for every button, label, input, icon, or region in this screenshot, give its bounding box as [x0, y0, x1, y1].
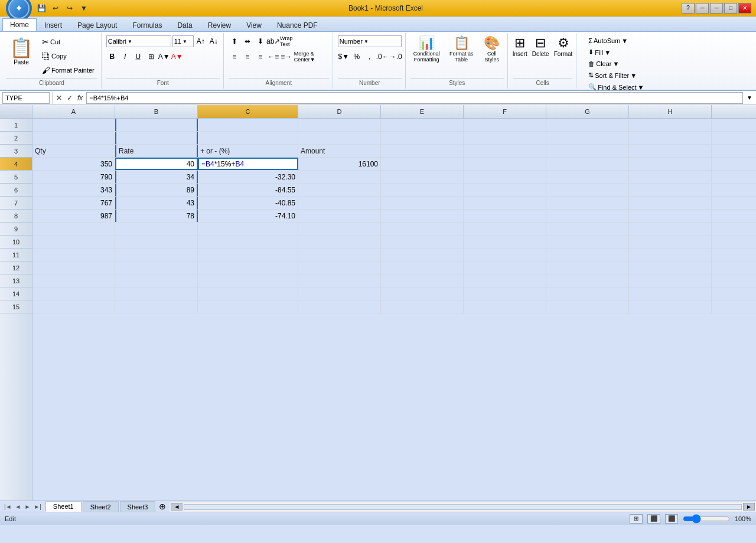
sheet-last-btn[interactable]: ►| [32, 503, 43, 510]
cell-F13[interactable] [464, 274, 546, 287]
cell-D7[interactable] [298, 197, 381, 209]
cell-F7[interactable] [464, 197, 546, 209]
formula-input[interactable] [86, 92, 743, 104]
col-header-F[interactable]: F [464, 105, 546, 118]
cell-A15[interactable] [32, 300, 115, 313]
cell-H7[interactable] [629, 197, 712, 209]
cell-E3[interactable] [381, 145, 464, 157]
tab-review[interactable]: Review [200, 18, 239, 31]
cell-C7[interactable]: -40.85 [198, 197, 298, 209]
cell-A14[interactable] [32, 287, 115, 300]
formula-expand-btn[interactable]: ▼ [745, 94, 754, 101]
wrap-text-btn[interactable]: Wrap Text [281, 35, 292, 47]
cell-F11[interactable] [464, 248, 546, 261]
row-header-9[interactable]: 9 [0, 223, 32, 235]
cell-F15[interactable] [464, 300, 546, 313]
find-select-btn[interactable]: 🔍 Find & Select ▼ [585, 81, 647, 93]
copy-button[interactable]: ⿻ Copy [39, 50, 97, 63]
underline-btn[interactable]: U [132, 51, 144, 63]
cell-D5[interactable] [298, 171, 381, 183]
row-header-5[interactable]: 5 [0, 171, 32, 184]
bold-btn[interactable]: B [106, 51, 118, 63]
cell-A9[interactable] [32, 223, 115, 235]
cell-B15[interactable] [115, 300, 198, 313]
cell-H8[interactable] [629, 210, 712, 222]
row-header-13[interactable]: 13 [0, 274, 32, 287]
cell-reference-box[interactable] [2, 92, 50, 104]
cell-F14[interactable] [464, 287, 546, 300]
cell-F9[interactable] [464, 223, 546, 235]
align-bottom-btn[interactable]: ⬇ [255, 35, 266, 47]
scroll-right-btn[interactable]: ► [743, 503, 755, 511]
cell-D14[interactable] [298, 287, 381, 300]
cell-E14[interactable] [381, 287, 464, 300]
cell-H15[interactable] [629, 300, 712, 313]
tab-view[interactable]: View [239, 18, 269, 31]
cell-D9[interactable] [298, 223, 381, 235]
cell-B2[interactable] [115, 132, 198, 144]
cell-F8[interactable] [464, 210, 546, 222]
cell-F2[interactable] [464, 132, 546, 144]
decrease-indent-btn[interactable]: ←≡ [268, 51, 279, 63]
align-left-btn[interactable]: ≡ [229, 51, 240, 63]
cell-H1[interactable] [629, 119, 712, 131]
cell-C8[interactable]: -74.10 [198, 210, 298, 222]
cell-styles-btn[interactable]: 🎨 Cell Styles [480, 35, 504, 63]
cell-D15[interactable] [298, 300, 381, 313]
cell-C14[interactable] [198, 287, 298, 300]
row-header-4[interactable]: 4 [0, 158, 32, 171]
cell-B3[interactable]: Rate [115, 145, 198, 157]
cell-E11[interactable] [381, 248, 464, 261]
horizontal-scrollbar[interactable]: ◄ ► [170, 502, 756, 512]
save-qa-btn[interactable]: 💾 [35, 2, 47, 14]
delete-btn[interactable]: ⊟ Delete [532, 35, 549, 57]
cell-G9[interactable] [546, 223, 629, 235]
tab-insert[interactable]: Insert [37, 18, 70, 31]
cell-D2[interactable] [298, 132, 381, 144]
scroll-thumb-h[interactable] [184, 504, 742, 510]
row-header-10[interactable]: 10 [0, 235, 32, 248]
cell-D3[interactable]: Amount [298, 145, 381, 157]
cell-G3[interactable] [546, 145, 629, 157]
sheet-next-btn[interactable]: ► [22, 503, 32, 510]
cell-H14[interactable] [629, 287, 712, 300]
cell-F1[interactable] [464, 119, 546, 131]
cell-H11[interactable] [629, 248, 712, 261]
fill-color-btn[interactable]: A▼ [158, 51, 170, 63]
tab-home[interactable]: Home [2, 18, 37, 31]
merge-center-btn[interactable]: Merge & Center▼ [294, 51, 329, 63]
cell-F10[interactable] [464, 235, 546, 248]
maximize-btn[interactable]: □ [724, 3, 737, 14]
decrease-font-btn[interactable]: A↓ [208, 35, 220, 47]
cell-D1[interactable] [298, 119, 381, 131]
cell-F5[interactable] [464, 171, 546, 183]
help-btn[interactable]: ? [682, 3, 695, 14]
cell-H13[interactable] [629, 274, 712, 287]
customize-qa-btn[interactable]: ▼ [78, 2, 90, 14]
cell-B14[interactable] [115, 287, 198, 300]
confirm-formula-icon[interactable]: ✓ [66, 94, 74, 102]
cell-H5[interactable] [629, 171, 712, 183]
cell-E2[interactable] [381, 132, 464, 144]
row-header-2[interactable]: 2 [0, 132, 32, 145]
cell-B13[interactable] [115, 274, 198, 287]
cell-C6[interactable]: -84.55 [198, 184, 298, 196]
col-header-A[interactable]: A [32, 105, 115, 118]
format-btn[interactable]: ⚙ Format [554, 35, 573, 57]
row-header-3[interactable]: 3 [0, 145, 32, 158]
col-header-G[interactable]: G [546, 105, 629, 118]
cell-G1[interactable] [546, 119, 629, 131]
sheet-first-btn[interactable]: |◄ [2, 503, 14, 510]
cell-E9[interactable] [381, 223, 464, 235]
normal-view-btn[interactable]: ⊞ [630, 514, 643, 524]
col-header-B[interactable]: B [115, 105, 198, 118]
currency-btn[interactable]: $▼ [338, 51, 350, 63]
cell-F12[interactable] [464, 261, 546, 274]
cell-B4[interactable]: 40 [115, 158, 198, 170]
cell-E8[interactable] [381, 210, 464, 222]
cell-E12[interactable] [381, 261, 464, 274]
cell-B10[interactable] [115, 235, 198, 248]
col-header-C[interactable]: C [198, 105, 298, 118]
ribbon-toggle-btn[interactable]: ─ [696, 3, 709, 14]
cell-C13[interactable] [198, 274, 298, 287]
